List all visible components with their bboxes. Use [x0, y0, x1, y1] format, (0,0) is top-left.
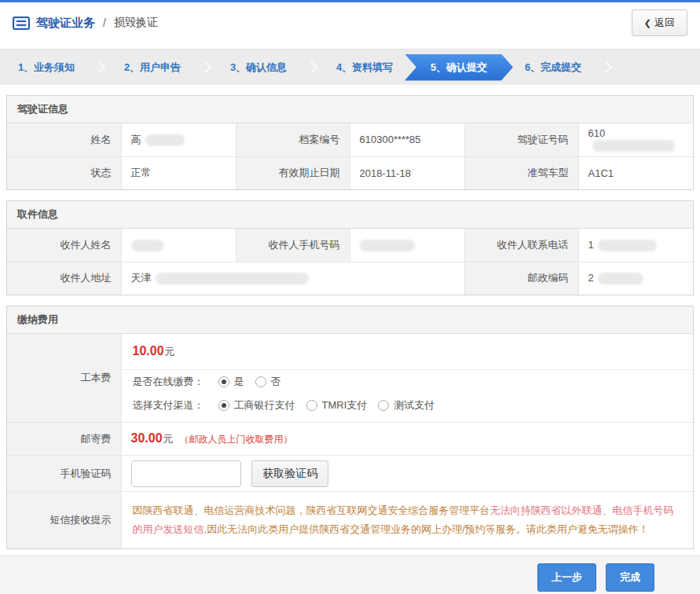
redaction-blur	[156, 273, 309, 284]
postcode-label: 邮政编码	[464, 262, 578, 295]
captcha-label: 手机验证码	[7, 456, 121, 492]
radio-online-no-label: 否	[271, 375, 281, 389]
mobile-value	[350, 229, 464, 262]
expiry-value: 2018-11-18	[350, 156, 464, 189]
table-row: 手机验证码 获取验证码	[7, 456, 693, 492]
recipient-name-label: 收件人姓名	[7, 229, 121, 262]
sms-notice-text: 因陕西省联通、电信运营商技术问题，陕西省互联网交通安全综合服务管理平台无法向持陕…	[121, 492, 693, 549]
file-no-value: 610300****85	[350, 123, 464, 156]
form-list-icon	[13, 16, 30, 30]
redaction-blur	[131, 240, 164, 251]
step-complete-submit: 6、完成提交	[507, 60, 599, 75]
footer-action-bar: 上一步 完成	[0, 556, 700, 594]
postage-note: （邮政人员上门收取费用）	[180, 434, 293, 445]
radio-channel-test-label: 测试支付	[394, 398, 434, 412]
radio-unchecked-icon	[378, 400, 389, 411]
chevron-right-icon	[200, 61, 212, 74]
page-header: 驾驶证业务 / 损毁换证 ❮返回	[0, 2, 700, 45]
captcha-input[interactable]	[131, 460, 241, 487]
name-value: 高	[121, 123, 236, 156]
address-label: 收件人地址	[7, 262, 121, 295]
redaction-blur	[598, 240, 657, 251]
radio-channel-icbc-label: 工商银行支付	[234, 398, 295, 412]
chevron-left-icon: ❮	[644, 18, 651, 28]
recipient-name-value	[121, 229, 236, 262]
wizard-steps-bar: 1、业务须知 2、用户申告 3、确认信息 4、资料填写 5、确认提交 6、完成提…	[0, 49, 700, 85]
radio-checked-icon	[218, 400, 229, 411]
sms-notice-label: 短信接收提示	[7, 492, 121, 549]
finish-button[interactable]: 完成	[606, 563, 654, 592]
license-info-table: 姓名 高 档案编号 610300****85 驾驶证号码 610 状态 正常 有…	[7, 123, 693, 189]
phone-value: 1	[578, 229, 693, 262]
phone-value-text: 1	[588, 239, 594, 251]
status-label: 状态	[7, 156, 121, 189]
radio-checked-icon	[218, 376, 229, 387]
address-value-text: 天津	[131, 272, 152, 284]
cost-amount-row: 10.00元	[122, 334, 694, 370]
table-row: 收件人姓名 收件人手机号码 收件人联系电话 1	[7, 229, 693, 262]
chevron-right-icon	[93, 61, 106, 74]
page-subtitle: 损毁换证	[114, 16, 158, 30]
file-no-label: 档案编号	[236, 123, 350, 156]
postage-amount: 30.00	[131, 431, 163, 445]
radio-unchecked-icon	[255, 376, 266, 387]
back-button[interactable]: ❮返回	[632, 9, 687, 36]
radio-online-yes-label: 是	[234, 375, 244, 389]
redaction-blur	[145, 134, 185, 146]
cost-amount: 10.00	[133, 344, 164, 358]
radio-channel-test[interactable]: 测试支付	[378, 398, 434, 412]
redaction-blur	[592, 140, 675, 152]
sms-notice-seg1: 因陕西省联通、电信运营商技术问题，陕西省互联网交通安全综合服务管理平台	[133, 504, 490, 516]
radio-online-yes[interactable]: 是	[218, 375, 244, 389]
postage-label: 邮寄费	[7, 423, 121, 456]
cost-label: 工本费	[7, 334, 121, 423]
vehicle-class-label: 准驾车型	[464, 156, 578, 189]
get-captcha-button[interactable]: 获取验证码	[251, 460, 328, 487]
radio-channel-icbc[interactable]: 工商银行支付	[218, 398, 295, 412]
step-confirm-info: 3、确认信息	[212, 60, 305, 75]
license-info-panel: 驾驶证信息 姓名 高 档案编号 610300****85 驾驶证号码 610 状…	[6, 95, 694, 190]
online-payment-row: 是否在线缴费： 是 否	[122, 370, 694, 394]
address-value: 天津	[121, 262, 464, 295]
expiry-label: 有效期止日期	[236, 156, 350, 189]
postage-value: 30.00元（邮政人员上门收取费用）	[121, 423, 693, 456]
step-fill-materials: 4、资料填写	[318, 60, 411, 75]
table-row: 邮寄费 30.00元（邮政人员上门收取费用）	[7, 423, 693, 456]
pickup-info-panel: 取件信息 收件人姓名 收件人手机号码 收件人联系电话 1 收件人地址 天津 邮政…	[6, 200, 694, 295]
fees-table: 工本费 10.00元 是否在线缴费： 是 否	[7, 334, 693, 548]
license-no-value: 610	[578, 123, 693, 156]
fees-title: 缴纳费用	[7, 306, 693, 334]
pickup-info-title: 取件信息	[7, 201, 693, 229]
status-value: 正常	[121, 156, 236, 189]
license-no-label: 驾驶证号码	[464, 123, 578, 156]
back-button-label: 返回	[654, 16, 675, 28]
name-value-text: 高	[131, 134, 141, 145]
currency-unit: 元	[163, 433, 174, 445]
radio-online-no[interactable]: 否	[255, 375, 281, 389]
license-info-title: 驾驶证信息	[7, 96, 693, 123]
currency-unit: 元	[165, 346, 175, 358]
step-user-declaration: 2、用户申告	[106, 60, 199, 75]
main-content: 驾驶证信息 姓名 高 档案编号 610300****85 驾驶证号码 610 状…	[0, 95, 700, 549]
breadcrumb: 驾驶证业务 / 损毁换证	[13, 16, 158, 31]
pickup-info-table: 收件人姓名 收件人手机号码 收件人联系电话 1 收件人地址 天津 邮政编码 2	[7, 229, 693, 295]
table-row: 姓名 高 档案编号 610300****85 驾驶证号码 610	[7, 123, 693, 156]
phone-label: 收件人联系电话	[464, 229, 578, 262]
captcha-cell: 获取验证码	[121, 456, 693, 492]
table-row: 短信接收提示 因陕西省联通、电信运营商技术问题，陕西省互联网交通安全综合服务管理…	[7, 492, 693, 549]
cost-cell: 10.00元 是否在线缴费： 是 否 选择支	[121, 334, 693, 423]
fees-panel: 缴纳费用 工本费 10.00元 是否在线缴费： 是	[6, 306, 694, 549]
redaction-blur	[598, 273, 643, 284]
postcode-value: 2	[578, 262, 693, 295]
radio-channel-tmri-label: TMRI支付	[322, 398, 368, 412]
step-business-notice: 1、业务须知	[0, 60, 93, 75]
channel-question-label: 选择支付渠道：	[133, 398, 204, 412]
mobile-label: 收件人手机号码	[236, 229, 350, 262]
radio-channel-tmri[interactable]: TMRI支付	[306, 398, 368, 412]
name-label: 姓名	[7, 123, 121, 156]
previous-step-button[interactable]: 上一步	[537, 563, 596, 592]
postcode-value-text: 2	[588, 272, 594, 284]
redaction-blur	[360, 240, 415, 251]
chevron-right-icon	[600, 61, 613, 74]
table-row: 收件人地址 天津 邮政编码 2	[7, 262, 693, 295]
